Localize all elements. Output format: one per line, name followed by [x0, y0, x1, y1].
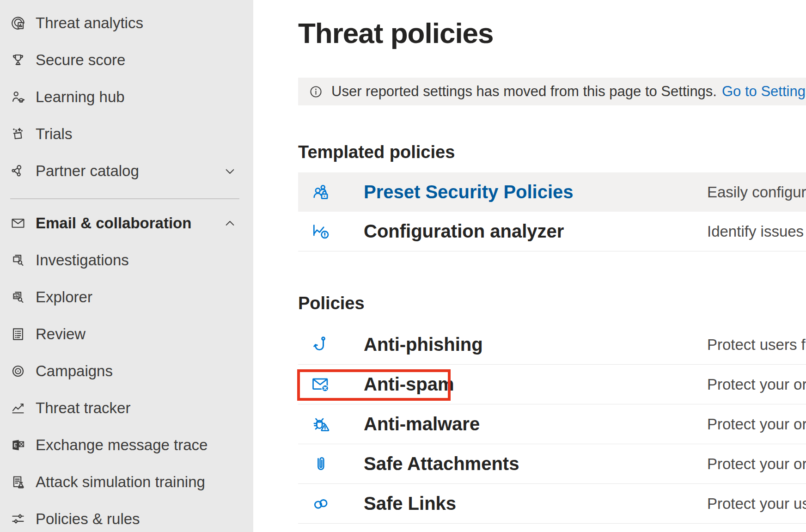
email-icon — [10, 215, 26, 231]
sidebar-top-group: Threat analytics Secure score Learning h… — [0, 0, 253, 190]
main-content: Threat policies User reported settings h… — [253, 0, 806, 532]
sidebar-item-trials[interactable]: Trials — [0, 116, 253, 153]
sidebar-email-collab-group: Email & collaboration Investigations Exp… — [0, 205, 253, 532]
row-anti-spam[interactable]: Anti-spam Protect your organiz — [298, 365, 806, 404]
exchange-icon — [10, 437, 26, 453]
sidebar-item-email-collaboration[interactable]: Email & collaboration — [0, 205, 253, 242]
learning-hub-icon — [10, 89, 26, 105]
anti-phishing-icon — [311, 335, 331, 355]
sidebar-item-threat-analytics[interactable]: Threat analytics — [0, 5, 253, 42]
partner-catalog-icon — [10, 163, 26, 179]
threat-analytics-icon — [10, 15, 26, 31]
explorer-icon — [10, 289, 26, 305]
safe-attachments-icon — [311, 454, 331, 474]
anti-spam-icon — [311, 374, 331, 395]
safe-links-icon — [311, 494, 331, 514]
campaigns-icon — [10, 363, 26, 379]
row-safe-links[interactable]: Safe Links Protect your users fr — [298, 484, 806, 524]
sidebar-item-threat-tracker[interactable]: Threat tracker — [0, 390, 253, 427]
chevron-down-icon[interactable] — [224, 165, 236, 177]
sidebar-item-policies-rules[interactable]: Policies & rules — [0, 501, 253, 532]
row-configuration-analyzer[interactable]: Configuration analyzer Identify issues i… — [298, 212, 806, 251]
info-banner: User reported settings has moved from th… — [298, 78, 806, 105]
investigations-icon — [10, 252, 26, 268]
banner-text: User reported settings has moved from th… — [331, 83, 717, 100]
chevron-up-icon[interactable] — [224, 217, 236, 230]
sidebar-item-exchange-message-trace[interactable]: Exchange message trace — [0, 427, 253, 464]
sidebar-item-campaigns[interactable]: Campaigns — [0, 353, 253, 390]
app-window: Threat analytics Secure score Learning h… — [0, 0, 806, 532]
sidebar-item-attack-simulation-training[interactable]: Attack simulation training — [0, 464, 253, 501]
row-anti-phishing[interactable]: Anti-phishing Protect users from p — [298, 325, 806, 365]
sidebar-item-learning-hub[interactable]: Learning hub — [0, 79, 253, 116]
page-title: Threat policies — [298, 16, 806, 51]
row-preset-security-policies[interactable]: Preset Security Policies Easily configur… — [298, 172, 806, 212]
sidebar: Threat analytics Secure score Learning h… — [0, 0, 253, 532]
review-icon — [10, 326, 26, 342]
policies-table: Anti-phishing Protect users from p Anti-… — [298, 325, 806, 524]
configuration-analyzer-icon — [311, 221, 331, 242]
trials-icon — [10, 126, 26, 142]
policies-heading: Policies — [298, 293, 806, 314]
sidebar-item-review[interactable]: Review — [0, 316, 253, 353]
sidebar-item-investigations[interactable]: Investigations — [0, 242, 253, 279]
anti-malware-icon — [311, 414, 331, 434]
sidebar-item-secure-score[interactable]: Secure score — [0, 42, 253, 79]
threat-tracker-icon — [10, 400, 26, 416]
info-icon — [309, 85, 323, 99]
sidebar-divider — [10, 198, 239, 199]
attack-simulation-icon — [10, 474, 26, 490]
templated-policies-heading: Templated policies — [298, 141, 806, 163]
preset-security-policies-icon — [311, 182, 331, 202]
go-to-settings-link[interactable]: Go to Settings — [722, 83, 806, 100]
templated-policies-table: Preset Security Policies Easily configur… — [298, 172, 806, 251]
trophy-icon — [10, 52, 26, 68]
sidebar-item-explorer[interactable]: Explorer — [0, 279, 253, 316]
row-anti-malware[interactable]: Anti-malware Protect your organiz — [298, 404, 806, 444]
row-safe-attachments[interactable]: Safe Attachments Protect your organiz — [298, 444, 806, 484]
sidebar-item-partner-catalog[interactable]: Partner catalog — [0, 153, 253, 190]
policies-rules-icon — [10, 511, 26, 527]
